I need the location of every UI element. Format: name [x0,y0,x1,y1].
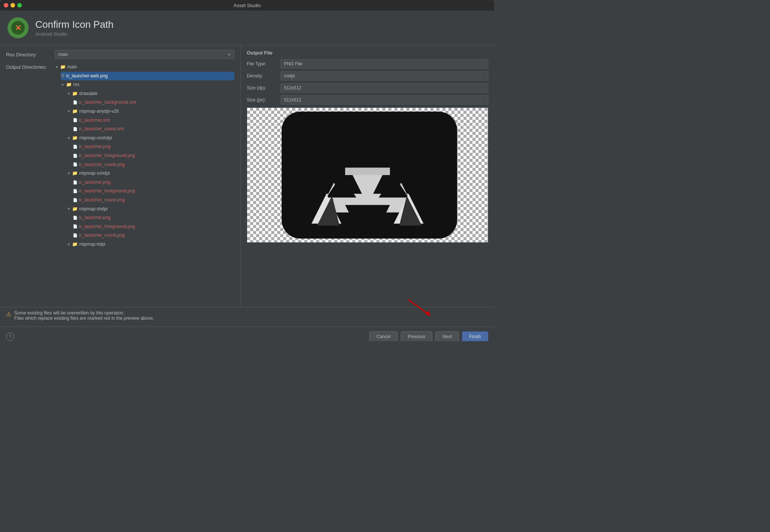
tree-file-ic-launcher-round-xml[interactable]: 📄 ic_launcher_round.xml [73,125,234,134]
tree-arrow-icon: ▼ [67,206,71,212]
maximize-button[interactable] [17,3,22,8]
file-name-ic-launcher-fg-x: ic_launcher_foreground.png [79,223,135,231]
file-icon: 📄 [73,99,77,106]
folder-icon: 📁 [60,63,66,71]
folder-name-mipmap-hdpi: mipmap-hdpi [79,240,105,249]
tree-file-ic-launcher-png-x-1[interactable]: 📄 ic_launcher.png [73,213,234,222]
titlebar-buttons [4,3,22,8]
file-tree: ▼ 📁 main 🖼 ic_launcher-web.png ▼ 📁 res [55,63,234,249]
tree-file-ic-launcher-fg-xx[interactable]: 📄 ic_launcher_foreground.png [73,187,234,196]
file-type-row: File Type: PNG File [247,59,488,68]
tree-folder-res[interactable]: ▼ 📁 res [61,80,234,89]
dropdown-arrow-icon: ▼ [227,53,231,57]
bottom-right: Cancel Previous Next Finish [369,331,488,342]
help-icon: ? [9,334,12,339]
tree-arrow-icon: ▼ [67,135,71,142]
output-directories-label: Output Directories: [6,63,51,249]
file-name-ic-launcher-background: ic_launcher_background.xml [79,98,136,107]
bottom-left: ? [6,332,14,341]
file-type-value: PNG File [281,59,488,68]
previous-button[interactable]: Previous [401,331,433,342]
right-panel: Output File File Type: PNG File Density:… [240,45,494,307]
size-dp-row: Size (dp): 512x512 [247,83,488,92]
folder-icon: 📁 [72,205,78,213]
file-name-ic-launcher-round-xxx: ic_launcher_round.png [79,161,125,169]
tree-file-ic-launcher-fg-png-xxx[interactable]: 📄 ic_launcher_foreground.png [73,151,234,160]
svg-marker-13 [425,311,430,316]
folder-name-mipmap-anydpi: mipmap-anydpi-v26 [79,107,119,116]
tree-folder-mipmap-anydpi[interactable]: ▼ 📁 mipmap-anydpi-v26 [67,107,234,116]
density-value: nodpi [281,71,488,80]
tree-folder-drawable[interactable]: ▼ 📁 drawable [67,89,234,98]
tree-file-ic-launcher-round-x[interactable]: 📄 ic_launcher_round.png [73,231,234,240]
output-directories-row: Output Directories: ▼ 📁 main 🖼 ic_launch… [6,63,234,249]
tree-file-ic-launcher-png-xx-1[interactable]: 📄 ic_launcher.png [73,178,234,187]
file-icon: 📄 [73,161,77,168]
logo-inner: ✕ [11,21,25,35]
res-directory-row: Res Directory: main ▼ [6,50,234,59]
file-name-ic-launcher-round-x: ic_launcher_round.png [79,231,125,240]
folder-icon: 📁 [72,107,78,116]
bottom-bar: ? Cancel Previous Next Finish [0,326,494,341]
file-name-ic-launcher-web: ic_launcher-web.png [66,72,108,80]
file-icon: 📄 [73,117,77,124]
res-directory-value: main [58,52,68,57]
file-name-ic-launcher-round-xx: ic_launcher_round.png [79,196,125,204]
warning-message: Some existing files will be overwritten … [14,310,154,321]
tree-arrow-icon: ▼ [67,170,71,177]
tree-arrow-icon: ▼ [67,108,71,115]
tree-folder-mipmap-xxxhdpi[interactable]: ▼ 📁 mipmap-xxxhdpi [67,134,234,143]
output-file-section-title: Output File [247,50,488,56]
tree-folder-mipmap-hdpi[interactable]: ▼ 📁 mipmap-hdpi [67,240,234,249]
tree-arrow-icon: ▼ [67,91,71,97]
file-name-ic-launcher-fg-xxx: ic_launcher_foreground.png [79,152,135,160]
app-logo: ✕ [8,17,29,38]
res-directory-dropdown[interactable]: main ▼ [55,50,234,59]
help-button[interactable]: ? [6,332,14,341]
tree-file-ic-launcher-png-xxx-1[interactable]: 📄 ic_launcher.png [73,142,234,151]
folder-name-mipmap-xxxhdpi: mipmap-xxxhdpi [79,134,112,142]
tree-file-ic-launcher-fg-x[interactable]: 📄 ic_launcher_foreground.png [73,222,234,231]
res-directory-label: Res Directory: [6,52,51,57]
tree-file-ic-launcher-web[interactable]: 🖼 ic_launcher-web.png [61,72,234,81]
folder-name-res: res [73,81,80,89]
size-dp-value: 512x512 [281,83,488,92]
tree-file-ic-launcher-round-xx[interactable]: 📄 ic_launcher_round.png [73,196,234,205]
preview-image [247,108,488,242]
density-row: Density: nodpi [247,71,488,80]
warning-line-2: Files which replace existing files are m… [14,316,154,321]
folder-icon: 📁 [72,90,78,98]
folder-name-drawable: drawable [79,90,98,98]
titlebar: Asset Studio [0,0,494,11]
left-panel: Res Directory: main ▼ Output Directories… [0,45,240,307]
tree-arrow-icon: ▼ [61,82,65,88]
svg-line-12 [408,299,429,314]
tree-arrow-icon: ▼ [67,241,71,248]
tree-arrow-icon: ▼ [55,64,59,71]
folder-name-main: main [67,63,77,71]
warning-bar: ⚠ Some existing files will be overwritte… [0,307,494,326]
tree-folder-mipmap-xxhdpi[interactable]: ▼ 📁 mipmap-xxhdpi [67,169,234,178]
header: ✕ Confirm Icon Path Android Studio [0,11,494,45]
tree-folder-main[interactable]: ▼ 📁 main [55,63,234,72]
warning-icon: ⚠ [6,311,11,318]
tree-file-ic-launcher-background-xml[interactable]: 📄 ic_launcher_background.xml [73,98,234,107]
tree-folder-mipmap-xhdpi[interactable]: ▼ 📁 mipmap-xhdpi [67,205,234,214]
file-name-ic-launcher-png-xxx-1: ic_launcher.png [79,143,110,151]
file-icon: 📄 [73,126,77,133]
cancel-button[interactable]: Cancel [369,331,397,342]
next-button[interactable]: Next [435,331,459,342]
file-icon: 📄 [73,144,77,150]
svg-rect-7 [345,168,390,175]
preview-area [247,107,488,243]
file-name-ic-launcher-png-x-1: ic_launcher.png [79,214,110,222]
header-text: Confirm Icon Path Android Studio [35,19,113,37]
main-content: Res Directory: main ▼ Output Directories… [0,45,494,307]
file-name-ic-launcher-xml-1: ic_launcher.xml [79,116,110,125]
finish-button[interactable]: Finish [462,331,488,342]
close-button[interactable] [4,3,8,8]
tree-file-ic-launcher-round-png-xxx[interactable]: 📄 ic_launcher_round.png [73,160,234,169]
minimize-button[interactable] [11,3,15,8]
folder-icon: 📁 [72,169,78,178]
tree-file-ic-launcher-xml-1[interactable]: 📄 ic_launcher.xml [73,116,234,125]
